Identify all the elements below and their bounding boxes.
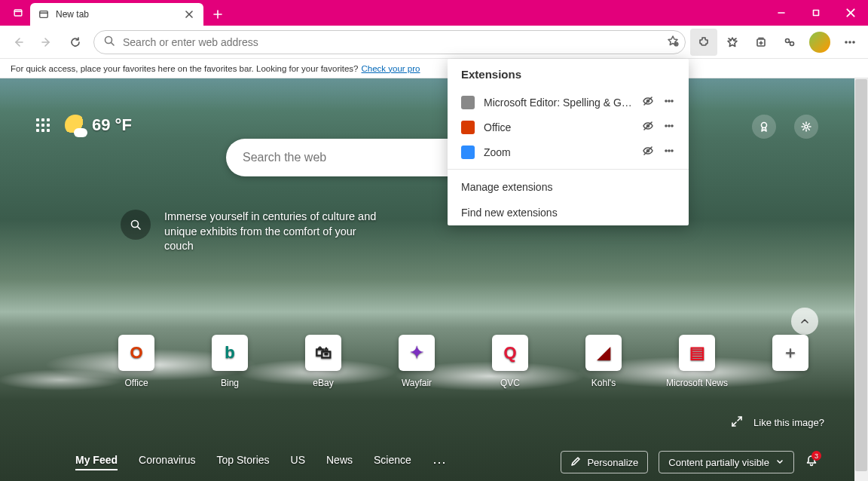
- extension-icon: [461, 146, 475, 159]
- profile-avatar[interactable]: [809, 32, 830, 53]
- svg-line-36: [138, 227, 141, 230]
- svg-line-22: [734, 38, 736, 40]
- top-site[interactable]: ✦Wayfair: [393, 335, 440, 388]
- svg-point-43: [671, 100, 673, 102]
- notifications-button[interactable]: 3: [805, 454, 818, 470]
- close-window-button[interactable]: [833, 0, 868, 26]
- site-label: eBay: [313, 378, 333, 388]
- personalize-button[interactable]: Personalize: [561, 451, 648, 473]
- site-tile: Q: [492, 335, 528, 371]
- pencil-icon: [570, 456, 581, 469]
- extension-icon: [461, 96, 475, 109]
- add-site-button[interactable]: +: [767, 335, 814, 388]
- site-label: Bing: [221, 378, 239, 388]
- minimize-button[interactable]: [764, 0, 799, 26]
- content-mode-label: Content partially visible: [668, 457, 769, 468]
- svg-point-32: [853, 41, 854, 43]
- favorites-bar-text: For quick access, place your favorites h…: [11, 64, 359, 73]
- site-tile: 🛍: [305, 335, 341, 371]
- site-label: Kohl's: [591, 378, 616, 388]
- site-tile: ✦: [399, 335, 435, 371]
- favorites-bar: For quick access, place your favorites h…: [0, 59, 868, 78]
- feed-tab[interactable]: US: [291, 454, 305, 470]
- feed-tab[interactable]: Top Stories: [217, 454, 270, 470]
- settings-icon[interactable]: [794, 115, 818, 139]
- address-bar[interactable]: [93, 30, 686, 54]
- maximize-button[interactable]: [799, 0, 833, 26]
- promo-icon: [121, 210, 151, 240]
- site-label: Microsoft News: [666, 378, 728, 388]
- svg-rect-9: [814, 11, 819, 16]
- feed-more-button[interactable]: ⋯: [432, 454, 448, 470]
- titlebar: New tab: [0, 0, 868, 26]
- svg-point-48: [671, 125, 673, 127]
- extension-row[interactable]: Zoom: [448, 139, 689, 164]
- address-input[interactable]: [123, 36, 667, 48]
- extension-menu-button[interactable]: [663, 95, 675, 109]
- browser-tab[interactable]: New tab: [30, 3, 203, 26]
- top-site[interactable]: ◢Kohl's: [580, 335, 627, 388]
- back-button[interactable]: [5, 29, 32, 56]
- top-site[interactable]: ▤Microsoft News: [674, 335, 720, 388]
- feed-tab[interactable]: Science: [374, 454, 411, 470]
- personalize-label: Personalize: [587, 457, 638, 468]
- extension-name: Microsoft Editor: Spelling & Gram…: [484, 97, 633, 109]
- site-tile: ▤: [679, 335, 715, 371]
- extensions-popup-title: Extensions: [448, 59, 689, 90]
- svg-rect-2: [40, 11, 48, 18]
- page-scrollbar[interactable]: [854, 78, 868, 481]
- tab-close-button[interactable]: [182, 8, 196, 21]
- extension-icon: [461, 121, 475, 134]
- svg-point-41: [665, 100, 667, 102]
- content-mode-button[interactable]: Content partially visible: [659, 451, 794, 473]
- extension-menu-button[interactable]: [663, 120, 675, 134]
- feed-bar: My FeedCoronavirusTop StoriesUSNewsScien…: [0, 443, 854, 481]
- svg-point-34: [805, 125, 808, 128]
- refresh-button[interactable]: [62, 29, 89, 56]
- favorites-bar-link[interactable]: Check your pro: [362, 64, 420, 73]
- extension-row[interactable]: Office: [448, 115, 689, 139]
- like-image-prompt[interactable]: Like this image?: [731, 415, 824, 430]
- weather-widget[interactable]: 69 °F: [65, 115, 132, 136]
- add-favorite-button[interactable]: [667, 35, 679, 50]
- svg-point-52: [668, 150, 670, 152]
- promo-text: Immerse yourself in centuries of culture…: [164, 210, 377, 254]
- extension-menu-button[interactable]: [663, 145, 675, 159]
- site-tile: b: [212, 335, 248, 371]
- collections-button[interactable]: [747, 29, 775, 56]
- promo-block[interactable]: Immerse yourself in centuries of culture…: [121, 210, 377, 254]
- new-tab-button[interactable]: [206, 3, 229, 26]
- extension-row[interactable]: Microsoft Editor: Spelling & Gram…: [448, 90, 689, 115]
- feed-tab[interactable]: Coronavirus: [139, 454, 195, 470]
- top-site[interactable]: bBing: [206, 335, 253, 388]
- hide-extension-button[interactable]: [642, 95, 654, 109]
- weather-icon: [65, 115, 86, 136]
- top-site[interactable]: OOffice: [113, 335, 160, 388]
- temperature: 69 °F: [92, 115, 132, 135]
- site-tile: ◢: [585, 335, 622, 371]
- manage-extensions-link[interactable]: Manage extensions: [448, 174, 689, 200]
- extension-name: Office: [484, 121, 633, 133]
- hide-extension-button[interactable]: [642, 145, 654, 159]
- plus-icon: +: [772, 335, 808, 371]
- expand-icon: [731, 415, 743, 430]
- scroll-to-top-button[interactable]: [791, 308, 818, 335]
- performance-button[interactable]: [776, 29, 803, 56]
- extensions-button[interactable]: [690, 29, 717, 56]
- find-extensions-link[interactable]: Find new extensions: [448, 200, 689, 225]
- favorites-button[interactable]: [719, 29, 746, 56]
- feed-tab[interactable]: My Feed: [75, 454, 118, 470]
- svg-line-21: [729, 38, 731, 40]
- top-site[interactable]: QQVC: [487, 335, 533, 388]
- feed-tab[interactable]: News: [326, 454, 353, 470]
- hide-extension-button[interactable]: [642, 120, 654, 134]
- app-menu-button[interactable]: [836, 29, 863, 56]
- top-site[interactable]: 🛍eBay: [300, 335, 347, 388]
- tab-title: New tab: [56, 9, 182, 20]
- svg-point-46: [665, 125, 667, 127]
- rewards-icon[interactable]: [752, 115, 776, 139]
- apps-grid-icon[interactable]: [36, 118, 50, 132]
- tab-actions-button[interactable]: [6, 0, 30, 26]
- forward-button[interactable]: [33, 29, 60, 56]
- toolbar: [0, 26, 868, 59]
